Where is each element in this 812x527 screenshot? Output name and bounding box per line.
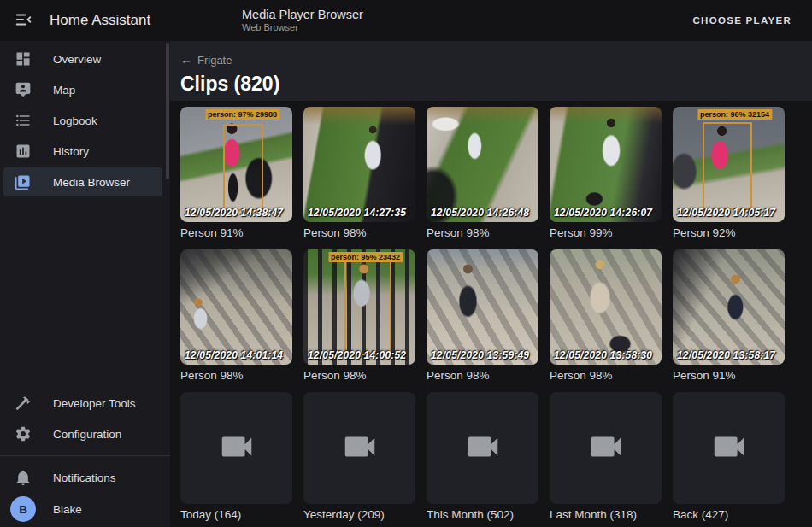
sidebar-footer: Developer Tools Configuration Notificati… [0,389,170,527]
clip-caption: Person 99% [550,226,662,240]
folder-tile[interactable] [303,392,415,504]
clip-caption: Person 98% [427,369,538,383]
clip-caption: Person 91% [180,226,292,240]
person-tooltip-icon [15,81,32,98]
clip-card[interactable]: 12/05/2020 14:01:14 Person 98% [180,249,292,383]
sidebar-scrollbar[interactable] [166,43,169,179]
sidebar-item-media-browser[interactable]: Media Browser [3,167,162,196]
hammer-icon [15,395,32,412]
breadcrumb-back-frigate[interactable]: ← Frigate [180,53,232,67]
clip-thumbnail[interactable]: 12/05/2020 13:58:30 [550,249,662,365]
clip-caption: Person 92% [673,226,785,240]
clip-timestamp-overlay: 12/05/2020 14:27:35 [308,207,406,219]
breadcrumb-label: Frigate [197,54,232,67]
avatar: B [10,496,36,522]
clip-thumbnail[interactable]: person: 97% 29988 12/05/2020 14:38:47 [180,107,292,222]
clip-thumbnail[interactable]: person: 96% 32154 12/05/2020 14:05:17 [673,107,785,222]
folder-tile[interactable] [180,392,292,504]
folder-label: Today (164) [180,508,292,522]
folder-card[interactable]: Back (427) [673,392,785,522]
sidebar-item-label: Developer Tools [53,397,136,410]
clip-card[interactable]: person: 97% 29988 12/05/2020 14:38:47 Pe… [180,107,292,240]
clip-card[interactable]: 12/05/2020 13:59:49 Person 98% [427,249,538,383]
video-camera-icon [586,427,626,470]
clip-timestamp-overlay: 12/05/2020 13:58:30 [554,349,652,361]
sidebar-item-label: Logbook [53,114,97,127]
app-title: Home Assistant [50,12,170,29]
clip-card[interactable]: 12/05/2020 14:26:07 Person 99% [550,107,662,240]
sidebar-item-label: History [53,145,89,158]
sidebar-item-notifications[interactable]: Notifications [3,463,162,492]
sidebar-divider [0,455,170,456]
sidebar-item-history[interactable]: History [3,137,162,166]
clip-timestamp-overlay: 12/05/2020 14:38:47 [185,207,283,219]
clip-thumbnail[interactable]: 12/05/2020 13:58:17 [673,249,785,365]
clip-thumbnail[interactable]: 12/05/2020 14:26:07 [550,107,662,222]
clips-grid: person: 97% 29988 12/05/2020 14:38:47 Pe… [180,107,802,522]
top-bar: Home Assistant Media Player Browser Web … [0,0,812,41]
clip-card[interactable]: 12/05/2020 14:27:35 Person 98% [303,107,415,240]
panel-subtitle: Web Browser [242,22,363,34]
clip-caption: Person 98% [303,226,415,240]
clip-thumbnail[interactable]: person: 95% 23432 12/05/2020 14:00:52 [303,249,415,365]
clip-thumbnail[interactable]: 12/05/2020 13:59:49 [427,249,538,365]
page-title: Clips (820) [180,73,812,96]
folder-label: This Month (502) [427,508,538,522]
sidebar-toggle-button[interactable] [15,10,35,31]
clip-card[interactable]: person: 95% 23432 12/05/2020 14:00:52 Pe… [303,249,415,383]
view-dashboard-icon [15,50,32,67]
panel-title: Media Player Browser [242,7,363,22]
video-camera-icon [217,427,256,470]
clip-card[interactable]: 12/05/2020 13:58:17 Person 91% [673,249,785,383]
clip-caption: Person 98% [550,369,662,383]
gear-icon [15,425,32,442]
panel-title-block: Media Player Browser Web Browser [242,7,363,34]
sidebar-item-logbook[interactable]: Logbook [3,106,162,135]
folder-tile[interactable] [673,392,785,504]
clip-card[interactable]: 12/05/2020 13:58:30 Person 98% [550,249,662,383]
sidebar-item-label: Map [53,84,75,97]
clip-timestamp-overlay: 12/05/2020 14:01:14 [185,349,283,361]
clip-caption: Person 98% [427,226,538,240]
clip-thumbnail[interactable]: 12/05/2020 14:01:14 [180,249,292,365]
sidebar-item-configuration[interactable]: Configuration [3,419,162,448]
clip-timestamp-overlay: 12/05/2020 13:59:49 [431,349,529,361]
folder-card[interactable]: Today (164) [180,392,292,522]
folder-card[interactable]: This Month (502) [427,392,538,522]
clip-thumbnail[interactable]: 12/05/2020 14:27:35 [303,107,415,222]
clip-card[interactable]: person: 96% 32154 12/05/2020 14:05:17 Pe… [673,107,785,240]
folder-tile[interactable] [550,392,662,504]
detection-bbox [344,260,391,355]
detection-label: person: 96% 32154 [697,109,772,120]
clip-timestamp-overlay: 12/05/2020 14:05:17 [677,207,775,219]
folder-card[interactable]: Last Month (318) [550,392,662,522]
profile-name: Blake [53,503,82,516]
detection-bbox [703,122,752,211]
media-browser-panel: ← Frigate Clips (820) person: 97% 29988 … [170,41,812,527]
clips-grid-area: person: 97% 29988 12/05/2020 14:38:47 Pe… [170,101,812,527]
sidebar-item-overview[interactable]: Overview [3,44,162,73]
home-assistant-app: Home Assistant Media Player Browser Web … [0,0,812,527]
clip-card[interactable]: 12/05/2020 14:26:48 Person 98% [427,107,538,240]
sidebar-item-profile[interactable]: B Blake [3,494,162,524]
back-arrow-icon: ← [180,53,192,67]
video-camera-icon [463,427,503,470]
clip-timestamp-overlay: 12/05/2020 13:58:17 [677,349,775,361]
clip-timestamp-overlay: 12/05/2020 14:26:07 [554,207,652,219]
clip-thumbnail[interactable]: 12/05/2020 14:26:48 [427,107,538,222]
detection-bbox [223,124,263,210]
content-header: ← Frigate Clips (820) [170,41,812,101]
folder-label: Last Month (318) [550,508,662,522]
sidebar-item-developer-tools[interactable]: Developer Tools [3,389,162,418]
folder-card[interactable]: Yesterday (209) [303,392,415,522]
folder-tile[interactable] [427,392,538,504]
folder-label: Yesterday (209) [303,508,415,522]
menu-toggle-icon [15,17,33,32]
sidebar: Overview Map Logbook History [0,41,170,527]
detection-label: person: 97% 29988 [205,109,279,120]
choose-player-button[interactable]: CHOOSE PLAYER [684,9,800,32]
folder-label: Back (427) [673,508,785,522]
sidebar-item-label: Configuration [53,428,121,441]
clip-caption: Person 98% [180,369,292,383]
sidebar-item-map[interactable]: Map [3,75,162,104]
